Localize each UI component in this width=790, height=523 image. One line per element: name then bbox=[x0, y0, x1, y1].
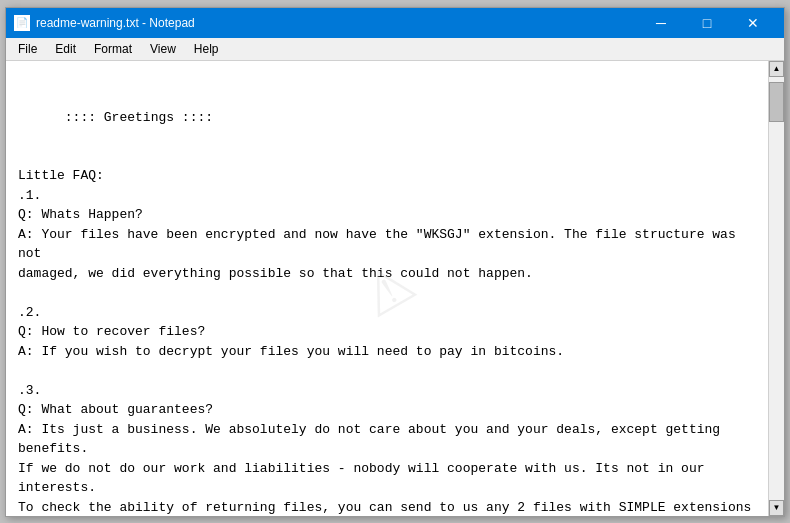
minimize-button[interactable]: ─ bbox=[638, 8, 684, 38]
title-bar-left: 📄 readme-warning.txt - Notepad bbox=[14, 15, 195, 31]
window-title: readme-warning.txt - Notepad bbox=[36, 16, 195, 30]
menu-item-file[interactable]: File bbox=[10, 40, 45, 58]
notepad-window: 📄 readme-warning.txt - Notepad ─ □ ✕ Fil… bbox=[5, 7, 785, 517]
scroll-down-button[interactable]: ▼ bbox=[769, 500, 784, 516]
content-area: ⚠ :::: Greetings :::: Little FAQ: .1. Q:… bbox=[6, 61, 784, 516]
scroll-thumb[interactable] bbox=[769, 82, 784, 122]
watermark: ⚠ bbox=[336, 224, 438, 352]
menu-bar: FileEditFormatViewHelp bbox=[6, 38, 784, 61]
scroll-up-button[interactable]: ▲ bbox=[769, 61, 784, 77]
maximize-button[interactable]: □ bbox=[684, 8, 730, 38]
title-controls: ─ □ ✕ bbox=[638, 8, 776, 38]
app-icon: 📄 bbox=[14, 15, 30, 31]
menu-item-view[interactable]: View bbox=[142, 40, 184, 58]
document-text: :::: Greetings :::: Little FAQ: .1. Q: W… bbox=[18, 110, 759, 516]
menu-item-help[interactable]: Help bbox=[186, 40, 227, 58]
scroll-track[interactable] bbox=[769, 77, 784, 500]
close-button[interactable]: ✕ bbox=[730, 8, 776, 38]
text-content[interactable]: ⚠ :::: Greetings :::: Little FAQ: .1. Q:… bbox=[6, 61, 768, 516]
menu-item-edit[interactable]: Edit bbox=[47, 40, 84, 58]
title-bar: 📄 readme-warning.txt - Notepad ─ □ ✕ bbox=[6, 8, 784, 38]
menu-item-format[interactable]: Format bbox=[86, 40, 140, 58]
scrollbar[interactable]: ▲ ▼ bbox=[768, 61, 784, 516]
